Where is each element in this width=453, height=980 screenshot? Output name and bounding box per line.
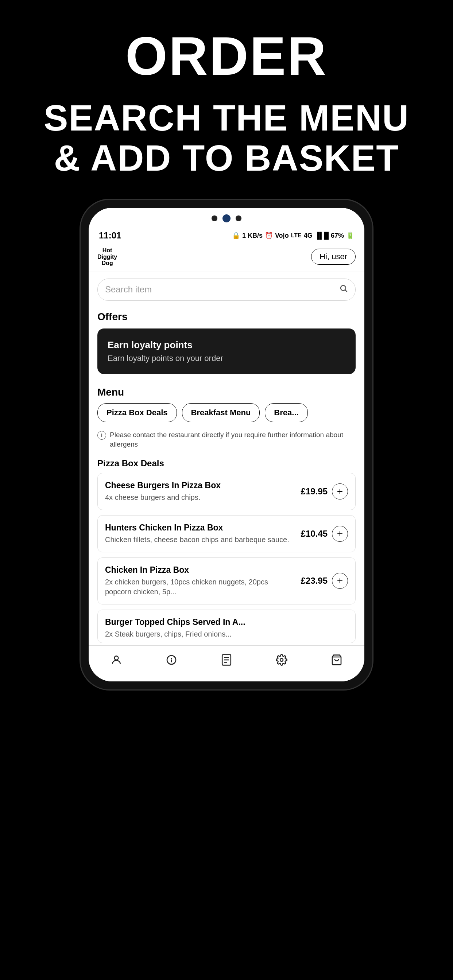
g4-label: 4G [304, 232, 313, 240]
main-subtitle: SEARCH THE MENU & ADD TO BASKET [14, 98, 439, 178]
battery-level: 67% [331, 232, 344, 240]
svg-line-1 [345, 290, 347, 292]
search-icon [339, 284, 348, 295]
item-right: £19.95 + [301, 484, 348, 500]
item-info: Hunters Chicken In Pizza Box Chicken fil… [105, 523, 301, 545]
add-item-button[interactable]: + [332, 526, 348, 542]
item-info: Burger Topped Chips Served In A... 2x St… [105, 617, 348, 639]
item-right: £23.95 + [301, 573, 348, 589]
menu-label: Menu [97, 387, 356, 398]
menu-nav-icon [221, 654, 232, 669]
phone-outer: 11:01 🔒 1 KB/s ⏰ Vo|o LTE 4G ▐▌█ 67% 🔋 H… [81, 200, 372, 689]
offers-section: Earn loyalty points Earn loyalty points … [89, 326, 364, 381]
item-right: £10.45 + [301, 526, 348, 542]
deals-section: Pizza Box Deals Cheese Burgers In Pizza … [89, 454, 364, 645]
camera-dot-right [236, 215, 241, 221]
search-placeholder: Search item [105, 285, 339, 294]
phone-mockup: 11:01 🔒 1 KB/s ⏰ Vo|o LTE 4G ▐▌█ 67% 🔋 H… [81, 200, 372, 689]
main-title: ORDER [14, 29, 439, 83]
basket-icon [331, 654, 343, 669]
battery-icon: 🔋 [346, 232, 354, 240]
info-nav-icon [166, 654, 177, 669]
nav-menu[interactable] [214, 652, 239, 671]
item-info: Chicken In Pizza Box 2x chicken burgers,… [105, 565, 301, 597]
phone-cameras [212, 215, 241, 223]
search-section: Search item [89, 272, 364, 306]
item-desc: Chicken fillets, cheese bacon chips and … [105, 535, 296, 545]
nav-info[interactable] [158, 652, 185, 671]
item-info: Cheese Burgers In Pizza Box 4x cheese bu… [105, 480, 301, 503]
menu-item: Cheese Burgers In Pizza Box 4x cheese bu… [97, 473, 356, 510]
allergen-text: Please contact the restaurant directly i… [110, 430, 356, 450]
tab-breakfast-menu[interactable]: Breakfast Menu [182, 403, 260, 422]
hi-user-button[interactable]: Hi, user [311, 249, 356, 265]
tab-brea[interactable]: Brea... [265, 403, 308, 422]
network-label: Vo|o [275, 232, 289, 240]
menu-section: Menu Pizza Box Deals Breakfast Menu Brea… [89, 381, 364, 426]
nav-profile[interactable] [103, 652, 129, 671]
menu-tabs: Pizza Box Deals Breakfast Menu Brea... [97, 403, 356, 422]
status-icons: 🔒 1 KB/s ⏰ Vo|o LTE 4G ▐▌█ 67% 🔋 [232, 232, 354, 240]
bottom-nav [89, 645, 364, 681]
menu-item-partial: Burger Topped Chips Served In A... 2x St… [97, 609, 356, 643]
item-name: Chicken In Pizza Box [105, 565, 296, 575]
offers-label: Offers [89, 306, 364, 326]
camera-dot-left [212, 215, 217, 221]
item-name: Hunters Chicken In Pizza Box [105, 523, 296, 533]
item-price: £23.95 [301, 576, 327, 586]
nav-basket[interactable] [324, 652, 350, 671]
settings-icon [276, 654, 287, 669]
signal-bars: ▐▌█ [315, 232, 329, 240]
nav-settings[interactable] [268, 652, 295, 671]
allergen-notice: i Please contact the restaurant directly… [89, 426, 364, 454]
item-price: £10.45 [301, 529, 327, 539]
item-desc: 4x cheese burgers and chips. [105, 493, 296, 503]
camera-dot-center [222, 215, 231, 223]
svg-point-2 [114, 656, 118, 660]
data-speed: 1 KB/s [242, 232, 263, 240]
lock-icon: 🔒 [232, 232, 240, 240]
profile-icon [110, 654, 122, 669]
status-time: 11:01 [99, 231, 121, 240]
info-icon: i [97, 431, 106, 440]
brand-logo: Hot Diggity Dog [97, 247, 117, 267]
lte-label: LTE [291, 232, 301, 239]
offer-card: Earn loyalty points Earn loyalty points … [97, 328, 356, 374]
menu-item: Chicken In Pizza Box 2x chicken burgers,… [97, 557, 356, 605]
svg-point-10 [280, 659, 283, 661]
add-item-button[interactable]: + [332, 484, 348, 500]
tab-pizza-box-deals[interactable]: Pizza Box Deals [97, 403, 177, 422]
alarm-icon: ⏰ [265, 232, 273, 240]
app-header: Hot Diggity Dog Hi, user [89, 243, 364, 272]
add-item-button[interactable]: + [332, 573, 348, 589]
phone-screen: 11:01 🔒 1 KB/s ⏰ Vo|o LTE 4G ▐▌█ 67% 🔋 H… [89, 208, 364, 681]
item-name: Burger Topped Chips Served In A... [105, 617, 343, 627]
item-price: £19.95 [301, 486, 327, 496]
item-desc: 2x Steak burgers, chips, Fried onions... [105, 629, 343, 639]
item-name: Cheese Burgers In Pizza Box [105, 480, 296, 490]
deals-label: Pizza Box Deals [97, 458, 356, 468]
search-bar[interactable]: Search item [97, 278, 356, 301]
offer-title: Earn loyalty points [108, 339, 345, 351]
offer-desc: Earn loyalty points on your order [108, 354, 345, 363]
top-section: ORDER SEARCH THE MENU & ADD TO BASKET [0, 0, 453, 200]
menu-item: Hunters Chicken In Pizza Box Chicken fil… [97, 515, 356, 552]
status-bar: 11:01 🔒 1 KB/s ⏰ Vo|o LTE 4G ▐▌█ 67% 🔋 [89, 225, 364, 243]
item-desc: 2x chicken burgers, 10pcs chicken nugget… [105, 577, 296, 597]
